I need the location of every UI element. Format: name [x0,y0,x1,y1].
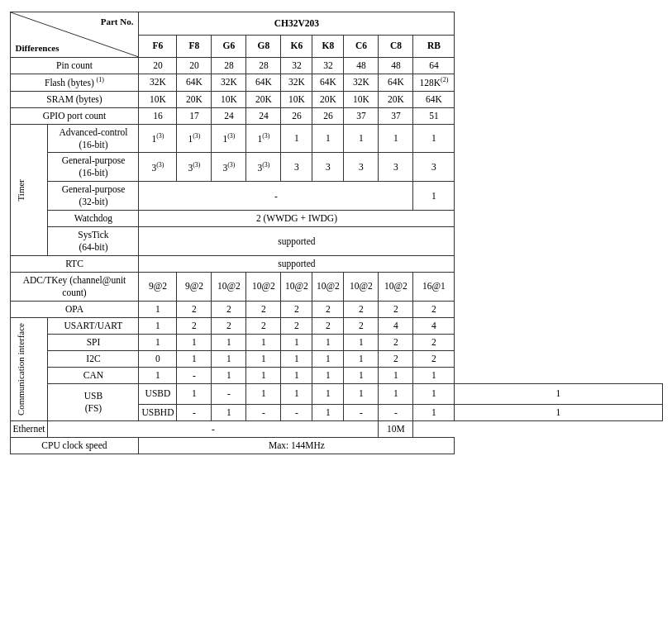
row-label: OPA [10,301,139,317]
table-cell: 10@2 [379,272,413,301]
table-cell: 2 [344,317,379,334]
table-cell: 10M [379,420,413,437]
table-cell: 1 [212,334,246,350]
table-cell: 1 [139,334,177,350]
table-cell: 2 [379,334,413,350]
table-cell: 10@2 [212,272,246,301]
table-cell: 1 [379,367,413,383]
table-cell: 10@2 [281,272,312,301]
table-cell: 2 [379,301,413,317]
table-cell: 1 [312,383,344,404]
table-cell: 20K [312,91,344,107]
table-cell: 32K [212,74,246,91]
table-cell: 10@2 [246,272,281,301]
table-cell: 32 [281,58,312,74]
table-cell: 2 [177,317,212,334]
table-cell: 1 [246,334,281,350]
table-cell: 2 [379,350,413,367]
table-cell: 1 [281,124,312,153]
col-header: C6 [344,35,379,58]
col-header: G8 [246,35,281,58]
table-row: I2C011111122 [10,350,662,367]
col-header: K8 [312,35,344,58]
table-cell: 1 [177,383,212,404]
table-cell: 10@2 [312,272,344,301]
diagonal-header-cell: Part No. Differences [10,12,139,58]
col-header: RB [413,35,455,58]
table-cell: 2 [177,301,212,317]
table-cell: 2 [312,317,344,334]
table-cell: 1 [139,367,177,383]
table-cell: 128K(2) [413,74,455,91]
table-cell: 64K [379,74,413,91]
table-cell: 1 [177,350,212,367]
table-cell: 28 [246,58,281,74]
col-header: K6 [281,35,312,58]
table-cell: 3(3) [212,153,246,182]
row-label: Pin count [10,58,139,74]
table-row: RTCsupported [10,256,662,273]
table-cell: 1 [312,334,344,350]
table-cell: 1 [312,124,344,153]
table-cell: 3 [312,153,344,182]
table-cell: 48 [344,58,379,74]
table-cell: 10K [281,91,312,107]
table-cell: 1(3) [246,124,281,153]
table-cell: 1 [344,334,379,350]
row-label: GPIO port count [10,107,139,124]
table-cell: 2 [312,301,344,317]
table-cell: 1 [413,404,455,420]
table-cell: 1 [379,124,413,153]
table-cell: 2 [413,301,455,317]
table-cell: - [212,383,246,404]
table-cell: 1 [212,350,246,367]
table-cell: 1 [281,350,312,367]
table-cell: 3(3) [246,153,281,182]
table-cell: 10K [344,91,379,107]
comm-span-value: - [48,420,379,437]
table-cell: 1 [312,404,344,420]
table-row: USB(FS)USBD1-1111111 [10,383,662,404]
table-cell: 10K [139,91,177,107]
row-span-value: supported [139,256,455,273]
table-cell: 16 [139,107,177,124]
table-cell: 2 [212,317,246,334]
table-cell: 2 [344,301,379,317]
table-cell: 1 [312,367,344,383]
table-cell: 1 [281,367,312,383]
table-cell: 1 [344,383,379,404]
table-cell: - [344,404,379,420]
table-cell: 64K [312,74,344,91]
table-wrapper: Part No. Differences CH32V203F6F8G6G8K6K… [10,8,663,454]
table-cell: 1 [246,383,281,404]
table-cell: 51 [413,107,455,124]
col-header: F6 [139,35,177,58]
table-cell: 1 [212,404,246,420]
table-row: OPA122222222 [10,301,662,317]
table-cell: 2 [212,301,246,317]
table-cell: 1 [312,350,344,367]
comm-sub-label: CAN [48,367,139,383]
table-cell: 64K [413,91,455,107]
table-cell: 32 [312,58,344,74]
table-row: TimerAdvanced-control(16-bit)1(3)1(3)1(3… [10,124,662,153]
comm-sub-label: I2C [48,350,139,367]
table-cell: 2 [281,301,312,317]
row-label: CPU clock speed [10,437,139,454]
table-row: SPI111111122 [10,334,662,350]
table-row: Watchdog2 (WWDG + IWDG) [10,211,662,227]
table-cell: 0 [139,350,177,367]
usb-group-label: USB(FS) [48,383,139,420]
table-cell: 3(3) [177,153,212,182]
timer-sub-label: Watchdog [48,211,139,227]
table-cell: 32K [281,74,312,91]
row-label: RTC [10,256,139,273]
table-row: General-purpose(32-bit)-1 [10,182,662,211]
table-cell: 9@2 [177,272,212,301]
table-cell: 28 [212,58,246,74]
table-cell: 16@1 [413,272,455,301]
table-cell: - [379,404,413,420]
table-cell: - [177,367,212,383]
table-cell: 1 [344,124,379,153]
table-cell: 26 [312,107,344,124]
